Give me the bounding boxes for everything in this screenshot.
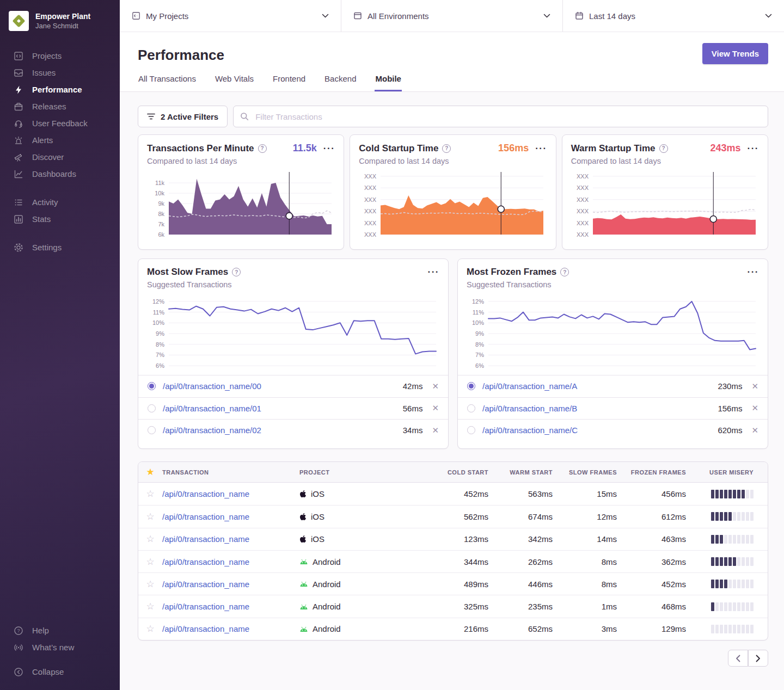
transaction-link[interactable]: /api/0/transaction_name/C [482, 426, 578, 435]
transaction-link[interactable]: /api/0/transaction_name [162, 602, 299, 611]
overflow-menu-icon[interactable]: ··· [535, 146, 547, 151]
close-icon[interactable]: ✕ [432, 426, 439, 435]
radio-button[interactable] [467, 426, 475, 434]
star-icon[interactable]: ☆ [138, 578, 162, 590]
svg-text:8k: 8k [158, 211, 164, 217]
help-icon[interactable]: ? [258, 144, 267, 153]
sidebar-item-performance[interactable]: Performance [0, 81, 120, 98]
transaction-link[interactable]: /api/0/transaction_name/A [482, 381, 577, 391]
transaction-link[interactable]: /api/0/transaction_name/02 [163, 426, 261, 435]
transaction-link[interactable]: /api/0/transaction_name [162, 557, 299, 566]
radio-button[interactable] [148, 382, 156, 390]
star-icon[interactable]: ☆ [138, 556, 162, 568]
calendar-icon [575, 11, 584, 20]
help-icon[interactable]: ? [232, 268, 241, 276]
close-icon[interactable]: ✕ [751, 403, 758, 413]
close-icon[interactable]: ✕ [751, 426, 758, 435]
environment-selector[interactable]: All Environments [341, 0, 562, 32]
overflow-menu-icon[interactable]: ··· [323, 146, 335, 151]
tab-bar: All Transactions Web Vitals Frontend Bac… [138, 74, 768, 91]
warm-start-value: 342ms [488, 534, 553, 544]
svg-text:8%: 8% [156, 341, 164, 348]
column-header[interactable]: PROJECT [299, 469, 428, 476]
chevron-right-icon [756, 655, 761, 662]
date-range-selector[interactable]: Last 14 days [562, 0, 784, 32]
tab-frontend[interactable]: Frontend [272, 74, 306, 91]
sidebar-item-releases[interactable]: Releases [0, 98, 120, 115]
svg-text:7k: 7k [158, 221, 164, 227]
overflow-menu-icon[interactable]: ··· [748, 269, 759, 275]
search-input[interactable] [233, 106, 768, 127]
overflow-menu-icon[interactable]: ··· [748, 146, 759, 151]
transaction-link[interactable]: /api/0/transaction_name [162, 624, 299, 633]
cold-start-value: 452ms [428, 489, 488, 498]
platform-label: Android [313, 580, 341, 589]
close-icon[interactable]: ✕ [432, 403, 439, 413]
transaction-link[interactable]: /api/0/transaction_name/B [482, 404, 577, 413]
transaction-link[interactable]: /api/0/transaction_name [162, 489, 299, 498]
transaction-link[interactable]: /api/0/transaction_name/00 [163, 381, 261, 391]
tab-backend[interactable]: Backend [324, 74, 357, 91]
column-header[interactable]: WARM START [488, 469, 553, 476]
help-icon[interactable]: ? [442, 144, 451, 153]
column-header[interactable]: FROZEN FRAMES [617, 469, 686, 476]
close-icon[interactable]: ✕ [432, 381, 439, 391]
star-icon[interactable]: ☆ [138, 533, 162, 545]
star-icon[interactable]: ★ [138, 466, 162, 478]
sidebar-item-issues[interactable]: Issues [0, 64, 120, 81]
column-header[interactable]: SLOW FRAMES [553, 469, 617, 476]
chevron-down-icon [543, 14, 550, 18]
view-trends-button[interactable]: View Trends [702, 43, 768, 64]
platform-cell: Android [299, 624, 428, 633]
star-icon[interactable]: ☆ [138, 488, 162, 500]
global-selection-bar: My Projects All Environments Last 14 day… [120, 0, 784, 32]
table-row: ☆/api/0/transaction_nameAndroid489ms446m… [138, 572, 768, 595]
org-switcher[interactable]: Empower Plant Jane Schmidt [0, 11, 120, 31]
radio-button[interactable] [148, 404, 156, 412]
column-header[interactable]: COLD START [428, 469, 488, 476]
sidebar-item-dashboards[interactable]: Dashboards [0, 165, 120, 182]
sidebar-item-alerts[interactable]: Alerts [0, 132, 120, 149]
sidebar-item-stats[interactable]: Stats [0, 211, 120, 227]
transaction-link[interactable]: /api/0/transaction_name [162, 534, 299, 544]
previous-page-button[interactable] [728, 650, 748, 667]
transaction-link[interactable]: /api/0/transaction_name/01 [163, 404, 261, 413]
sidebar-item-settings[interactable]: Settings [0, 239, 120, 256]
project-selector[interactable]: My Projects [120, 0, 341, 32]
sidebar-item-help[interactable]: ? Help [0, 622, 120, 639]
overflow-menu-icon[interactable]: ··· [428, 269, 439, 275]
svg-text:XXX: XXX [577, 196, 589, 203]
column-header[interactable]: USER MISERY [686, 469, 768, 476]
svg-text:XXX: XXX [577, 208, 589, 214]
table-row: ☆/api/0/transaction_nameAndroid344ms262m… [138, 550, 768, 572]
cold-start-value: 562ms [428, 512, 488, 521]
transaction-link[interactable]: /api/0/transaction_name [162, 512, 299, 521]
radio-button[interactable] [467, 404, 475, 412]
table-row: ☆/api/0/transaction_nameiOS452ms563ms15m… [138, 483, 768, 505]
star-icon[interactable]: ☆ [138, 623, 162, 634]
help-icon[interactable]: ? [659, 144, 668, 153]
transaction-link[interactable]: /api/0/transaction_name [162, 580, 299, 589]
sidebar-item-whats-new[interactable]: What’s new [0, 639, 120, 656]
active-filters-button[interactable]: 2 Active Filters [138, 106, 228, 127]
radio-button[interactable] [467, 382, 475, 390]
table-row: ☆/api/0/transaction_nameAndroid216ms652m… [138, 618, 768, 640]
chevron-down-icon [322, 14, 329, 18]
star-icon[interactable]: ☆ [138, 511, 162, 522]
platform-cell: Android [299, 602, 428, 611]
slow-frames-chart: 12%11%10%9%8%7%6% [147, 292, 439, 375]
sidebar-item-discover[interactable]: Discover [0, 149, 120, 165]
close-icon[interactable]: ✕ [751, 381, 758, 391]
column-header[interactable]: TRANSACTION [162, 469, 299, 476]
next-page-button[interactable] [748, 650, 768, 667]
star-icon[interactable]: ☆ [138, 601, 162, 612]
tab-all-transactions[interactable]: All Transactions [138, 74, 197, 91]
radio-button[interactable] [148, 426, 156, 434]
sidebar-collapse-button[interactable]: Collapse [0, 663, 120, 680]
tab-mobile[interactable]: Mobile [375, 74, 402, 91]
sidebar-item-projects[interactable]: Projects [0, 47, 120, 64]
help-icon[interactable]: ? [560, 268, 569, 276]
sidebar-item-activity[interactable]: Activity [0, 194, 120, 211]
tab-web-vitals[interactable]: Web Vitals [215, 74, 254, 91]
sidebar-item-user-feedback[interactable]: User Feedback [0, 115, 120, 132]
